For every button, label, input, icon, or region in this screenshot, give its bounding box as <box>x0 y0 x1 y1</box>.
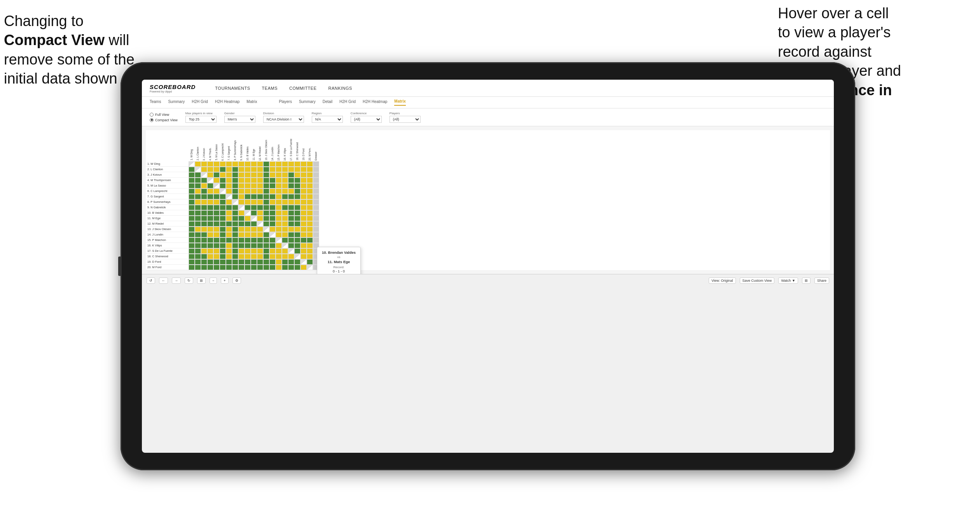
grid-cell-2-15[interactable] <box>276 167 282 172</box>
grid-cell-19-10[interactable] <box>245 259 251 265</box>
grid-cell-17-10[interactable] <box>245 248 251 254</box>
grid-cell-3-13[interactable] <box>263 172 269 178</box>
grid-cell-14-20[interactable] <box>307 232 313 237</box>
grid-cell-13-19[interactable] <box>300 227 307 232</box>
grid-cell-5-7[interactable] <box>226 183 232 188</box>
grid-cell-17-14[interactable] <box>269 248 276 254</box>
grid-cell-5-5[interactable] <box>213 183 220 188</box>
grid-cell-18-18[interactable] <box>294 254 300 259</box>
grid-cell-8-7[interactable] <box>226 199 232 205</box>
grid-cell-19-5[interactable] <box>213 259 220 265</box>
grid-cell-14-3[interactable] <box>201 232 207 237</box>
grid-cell-14-17[interactable] <box>288 232 294 237</box>
grid-cell-9-1[interactable] <box>189 205 195 210</box>
grid-cell-14-14[interactable] <box>269 232 276 237</box>
nav-committee[interactable]: COMMITTEE <box>289 86 317 91</box>
grid-cell-13-13[interactable] <box>263 227 269 232</box>
grid-cell-2-4[interactable] <box>207 167 213 172</box>
grid-cell-5-12[interactable] <box>257 183 263 188</box>
grid-cell-1-16[interactable] <box>282 161 288 167</box>
grid-cell-15-3[interactable] <box>201 237 207 243</box>
grid-cell-10-7[interactable] <box>226 210 232 216</box>
grid-cell-2-8[interactable] <box>232 167 238 172</box>
grid-cell-10-21[interactable] <box>313 210 319 216</box>
grid-cell-17-17[interactable] <box>288 248 294 254</box>
grid-cell-19-2[interactable] <box>195 259 201 265</box>
grid-cell-14-16[interactable] <box>282 232 288 237</box>
grid-cell-4-18[interactable] <box>294 178 300 183</box>
grid-cell-17-18[interactable] <box>294 248 300 254</box>
grid-cell-5-14[interactable] <box>269 183 276 188</box>
grid-cell-3-8[interactable] <box>232 172 238 178</box>
grid-cell-20-8[interactable] <box>232 265 238 270</box>
grid-cell-16-10[interactable] <box>245 243 251 248</box>
grid-cell-10-12[interactable] <box>257 210 263 216</box>
grid-cell-8-14[interactable] <box>269 199 276 205</box>
grid-cell-1-20[interactable] <box>307 161 313 167</box>
grid-cell-7-10[interactable] <box>245 194 251 199</box>
grid-cell-18-5[interactable] <box>213 254 220 259</box>
grid-cell-10-3[interactable] <box>201 210 207 216</box>
grid-cell-20-12[interactable] <box>257 265 263 270</box>
grid-cell-6-3[interactable] <box>201 188 207 194</box>
grid-cell-5-3[interactable] <box>201 183 207 188</box>
grid-cell-19-16[interactable] <box>282 259 288 265</box>
grid-cell-7-9[interactable] <box>238 194 245 199</box>
grid-cell-19-14[interactable] <box>269 259 276 265</box>
grid-cell-16-18[interactable] <box>294 243 300 248</box>
grid-cell-16-14[interactable] <box>269 243 276 248</box>
grid-cell-4-14[interactable] <box>269 178 276 183</box>
grid-cell-4-6[interactable] <box>220 178 226 183</box>
grid-cell-1-10[interactable] <box>245 161 251 167</box>
grid-cell-4-11[interactable] <box>251 178 257 183</box>
grid-cell-15-11[interactable] <box>251 237 257 243</box>
grid-cell-17-20[interactable] <box>307 248 313 254</box>
grid-cell-16-6[interactable] <box>220 243 226 248</box>
grid-cell-16-13[interactable] <box>263 243 269 248</box>
grid-cell-18-17[interactable] <box>288 254 294 259</box>
grid-cell-5-16[interactable] <box>282 183 288 188</box>
grid-cell-12-19[interactable] <box>300 221 307 227</box>
grid-cell-17-8[interactable] <box>232 248 238 254</box>
grid-cell-20-2[interactable] <box>195 265 201 270</box>
grid-cell-19-6[interactable] <box>220 259 226 265</box>
grid-cell-12-5[interactable] <box>213 221 220 227</box>
grid-cell-4-21[interactable] <box>313 178 319 183</box>
grid-cell-18-15[interactable] <box>276 254 282 259</box>
grid-cell-2-13[interactable] <box>263 167 269 172</box>
grid-cell-16-19[interactable] <box>300 243 307 248</box>
grid-cell-14-9[interactable] <box>238 232 245 237</box>
grid-cell-13-15[interactable] <box>276 227 282 232</box>
grid-cell-13-3[interactable] <box>201 227 207 232</box>
grid-cell-3-19[interactable] <box>300 172 307 178</box>
grid-cell-20-10[interactable] <box>245 265 251 270</box>
grid-cell-2-17[interactable] <box>288 167 294 172</box>
grid-cell-8-15[interactable] <box>276 199 282 205</box>
sub-tab-summary2[interactable]: Summary <box>299 99 316 105</box>
grid-cell-15-7[interactable] <box>226 237 232 243</box>
grid-cell-20-16[interactable] <box>282 265 288 270</box>
grid-cell-3-7[interactable] <box>226 172 232 178</box>
grid-cell-9-11[interactable] <box>251 205 257 210</box>
grid-cell-6-11[interactable] <box>251 188 257 194</box>
grid-cell-10-17[interactable] <box>288 210 294 216</box>
grid-cell-20-13[interactable] <box>263 265 269 270</box>
grid-cell-10-13[interactable] <box>263 210 269 216</box>
grid-cell-15-1[interactable] <box>189 237 195 243</box>
grid-cell-1-12[interactable] <box>257 161 263 167</box>
compact-view-option[interactable]: Compact View <box>150 118 178 122</box>
grid-cell-2-3[interactable] <box>201 167 207 172</box>
grid-cell-16-20[interactable] <box>307 243 313 248</box>
grid-cell-12-10[interactable] <box>245 221 251 227</box>
grid-cell-14-18[interactable] <box>294 232 300 237</box>
grid-cell-18-8[interactable] <box>232 254 238 259</box>
filter-players-select[interactable]: (All) <box>390 116 421 123</box>
grid-cell-16-1[interactable] <box>189 243 195 248</box>
grid-cell-7-14[interactable] <box>269 194 276 199</box>
grid-cell-1-5[interactable] <box>213 161 220 167</box>
grid-cell-7-21[interactable] <box>313 194 319 199</box>
grid-cell-5-4[interactable] <box>207 183 213 188</box>
grid-cell-12-15[interactable] <box>276 221 282 227</box>
grid-cell-9-4[interactable] <box>207 205 213 210</box>
settings-button[interactable]: ⚙ <box>232 277 241 284</box>
